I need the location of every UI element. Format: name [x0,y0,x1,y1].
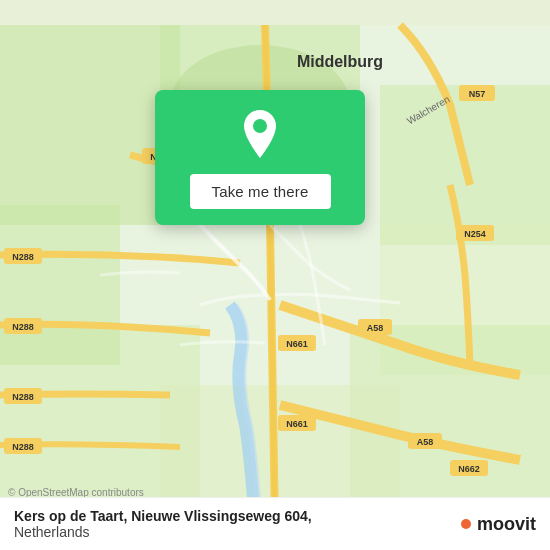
country-name: Netherlands [14,524,312,540]
take-me-there-button[interactable]: Take me there [190,174,331,209]
svg-text:N288: N288 [12,322,34,332]
moovit-text: moovit [477,514,536,535]
map-pin-icon [234,108,286,160]
moovit-logo: moovit [461,514,536,535]
svg-text:N662: N662 [458,464,480,474]
address-block: Kers op de Taart, Nieuwe Vlissingseweg 6… [14,508,312,540]
svg-text:N288: N288 [12,392,34,402]
svg-text:N288: N288 [12,252,34,262]
map-background: N288 N288 N288 N288 N660 N661 N661 N57 N… [0,0,550,550]
svg-text:N57: N57 [469,89,486,99]
svg-point-36 [253,119,267,133]
bottom-bar: Kers op de Taart, Nieuwe Vlissingseweg 6… [0,497,550,550]
svg-text:N288: N288 [12,442,34,452]
map-container: N288 N288 N288 N288 N660 N661 N661 N57 N… [0,0,550,550]
svg-text:N661: N661 [286,419,308,429]
svg-text:N661: N661 [286,339,308,349]
svg-text:A58: A58 [367,323,384,333]
location-card: Take me there [155,90,365,225]
svg-text:A58: A58 [417,437,434,447]
business-name: Kers op de Taart, Nieuwe Vlissingseweg 6… [14,508,312,524]
svg-text:N254: N254 [464,229,486,239]
svg-text:Middelburg: Middelburg [297,53,383,70]
moovit-dot [461,519,471,529]
svg-rect-1 [0,25,180,225]
